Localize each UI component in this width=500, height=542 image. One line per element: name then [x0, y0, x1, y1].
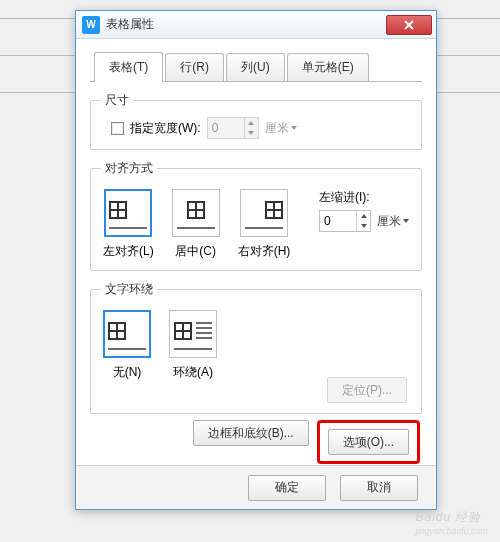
tab-row[interactable]: 行(R) [165, 53, 224, 81]
spin-down[interactable] [357, 221, 370, 231]
options-button-highlight: 选项(O)... [317, 420, 420, 464]
text-wrap-group: 文字环绕 无(N) 环绕(A) 定位(P)... [90, 281, 422, 414]
app-icon: W [82, 16, 100, 34]
table-properties-dialog: W 表格属性 表格(T) 行(R) 列(U) 单元格(E) 尺寸 指定宽度(W)… [75, 10, 437, 510]
wrap-none-option[interactable]: 无(N) [103, 310, 151, 381]
close-button[interactable] [386, 15, 432, 35]
align-center-option[interactable]: 居中(C) [172, 189, 220, 260]
width-spinner [207, 117, 259, 139]
dialog-body: 表格(T) 行(R) 列(U) 单元格(E) 尺寸 指定宽度(W): 厘米 [76, 39, 436, 474]
width-unit-dropdown: 厘米 [265, 120, 297, 137]
specify-width-checkbox[interactable] [111, 122, 124, 135]
size-legend: 尺寸 [101, 92, 133, 109]
wrap-none-label: 无(N) [113, 364, 142, 381]
left-indent-label: 左缩进(I): [319, 189, 409, 206]
titlebar: W 表格属性 [76, 11, 436, 39]
width-input [208, 118, 244, 138]
ok-button[interactable]: 确定 [248, 475, 326, 501]
tab-column[interactable]: 列(U) [226, 53, 285, 81]
left-indent-spinner[interactable] [319, 210, 371, 232]
wrap-around-label: 环绕(A) [173, 364, 213, 381]
close-icon [404, 20, 414, 30]
size-group: 尺寸 指定宽度(W): 厘米 [90, 92, 422, 150]
align-right-label: 右对齐(H) [238, 243, 291, 260]
tab-table[interactable]: 表格(T) [94, 52, 163, 82]
options-button[interactable]: 选项(O)... [328, 429, 409, 455]
chevron-down-icon [291, 126, 297, 130]
wrap-around-option[interactable]: 环绕(A) [169, 310, 217, 381]
borders-shading-button[interactable]: 边框和底纹(B)... [193, 420, 309, 446]
window-title: 表格属性 [106, 16, 386, 33]
align-center-label: 居中(C) [175, 243, 216, 260]
text-wrap-legend: 文字环绕 [101, 281, 157, 298]
spinner-arrows [244, 118, 258, 138]
left-indent-unit-dropdown[interactable]: 厘米 [377, 213, 409, 230]
tabstrip: 表格(T) 行(R) 列(U) 单元格(E) [90, 51, 422, 82]
align-left-label: 左对齐(L) [103, 243, 154, 260]
chevron-down-icon [403, 219, 409, 223]
spin-up[interactable] [357, 211, 370, 221]
dialog-footer: 确定 取消 [76, 465, 436, 509]
align-right-option[interactable]: 右对齐(H) [238, 189, 291, 260]
positioning-button: 定位(P)... [327, 377, 407, 403]
tab-cell[interactable]: 单元格(E) [287, 53, 369, 81]
alignment-legend: 对齐方式 [101, 160, 157, 177]
specify-width-label: 指定宽度(W): [130, 120, 201, 137]
lower-button-row: 边框和底纹(B)... 选项(O)... [90, 420, 422, 464]
align-left-option[interactable]: 左对齐(L) [103, 189, 154, 260]
cancel-button[interactable]: 取消 [340, 475, 418, 501]
left-indent-input[interactable] [320, 211, 356, 231]
left-indent-block: 左缩进(I): 厘米 [319, 189, 409, 232]
alignment-group: 对齐方式 左对齐(L) 居中(C) 右对齐(H) 左缩进(I): [90, 160, 422, 271]
